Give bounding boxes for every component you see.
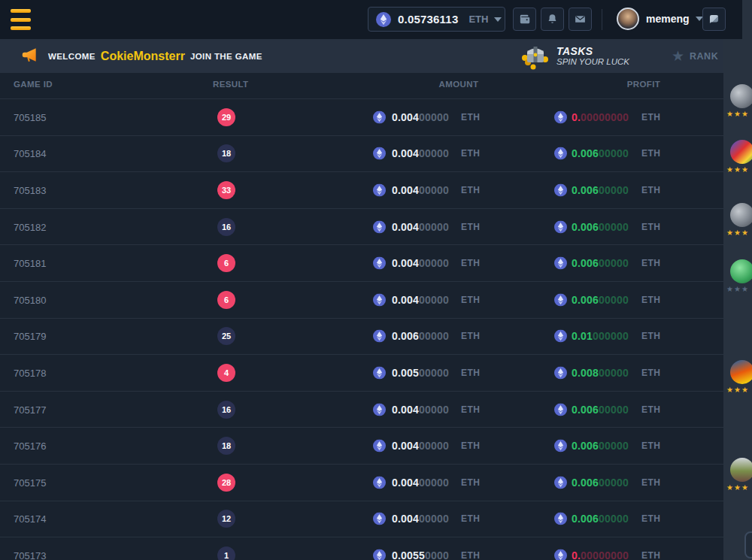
profit-value: 0.00600000: [572, 477, 629, 489]
profit-value: 0.00600000: [572, 184, 629, 196]
table-row[interactable]: 705176 18 0.00400000 ETH 0.00600000 ETH: [0, 427, 723, 464]
chat-user-avatar[interactable]: [730, 360, 752, 384]
star-icon: ★: [672, 49, 684, 63]
amount-value: 0.00400000: [392, 111, 449, 123]
announcement-banner: WELCOME CokieMonsterr JOIN THE GAME TASK…: [0, 39, 723, 73]
user-rating-stars: ★★★: [726, 483, 749, 492]
amount-value: 0.00400000: [392, 477, 449, 489]
table-row[interactable]: 705181 6 0.00400000 ETH 0.00600000 ETH: [0, 244, 723, 281]
profit-currency: ETH: [641, 295, 660, 305]
menu-icon[interactable]: [11, 9, 31, 30]
eth-coin-icon: [554, 366, 567, 379]
eth-coin-icon: [554, 330, 567, 343]
amount-value: 0.00400000: [392, 513, 449, 525]
column-result: RESULT: [213, 80, 240, 89]
messages-button[interactable]: [569, 8, 592, 31]
bell-icon: [546, 13, 559, 26]
result-badge: 16: [217, 401, 235, 419]
table-row[interactable]: 705182 16 0.00400000 ETH 0.00600000 ETH: [0, 208, 723, 245]
topbar-divider: [602, 9, 602, 30]
amount-value: 0.00400000: [392, 221, 449, 233]
table-row[interactable]: 705174 12 0.00400000 ETH 0.00600000 ETH: [0, 501, 723, 537]
chevron-down-icon: [494, 17, 502, 22]
tasks-link[interactable]: TASKS SPIN YOUR LUCK: [520, 39, 629, 73]
eth-coin-icon: [554, 476, 567, 489]
table-row[interactable]: 705183 33 0.00400000 ETH 0.00600000 ETH: [0, 171, 723, 208]
profit-value: 0.00000000: [572, 549, 629, 560]
welcome-message: WELCOME CokieMonsterr JOIN THE GAME: [48, 39, 262, 73]
table-row[interactable]: 705178 4 0.00500000 ETH 0.00800000 ETH: [0, 354, 723, 391]
eth-coin-icon: [373, 330, 386, 343]
eth-coin-icon: [373, 220, 386, 233]
profit-value: 0.00600000: [572, 294, 629, 306]
chat-input[interactable]: [744, 531, 752, 558]
game-id: 705175: [14, 477, 46, 488]
game-id: 705176: [14, 440, 46, 452]
table-row[interactable]: 705173 1 0.00550000 ETH 0.00000000 ETH: [0, 537, 723, 560]
amount-currency: ETH: [461, 477, 480, 488]
profit-currency: ETH: [641, 440, 660, 451]
megaphone-icon: [20, 45, 39, 65]
eth-coin-icon: [373, 293, 386, 306]
profit-currency: ETH: [641, 331, 660, 341]
profit-value: 0.00000000: [572, 111, 629, 123]
rank-label: RANK: [690, 51, 718, 62]
table-row[interactable]: 705179 25 0.00600000 ETH 0.01000000 ETH: [0, 318, 723, 355]
chat-user-avatar[interactable]: [730, 458, 752, 482]
profit-currency: ETH: [641, 148, 660, 159]
games-table: GAME ID RESULT AMOUNT PROFIT 705185 29 0…: [0, 73, 723, 560]
chat-toggle-button[interactable]: [702, 8, 726, 31]
table-row[interactable]: 705184 18 0.00400000 ETH 0.00600000 ETH: [0, 135, 723, 172]
amount-value: 0.00400000: [392, 294, 449, 306]
chat-user-avatar[interactable]: [730, 203, 752, 227]
table-row[interactable]: 705185 29 0.00400000 ETH 0.00000000 ETH: [0, 98, 723, 135]
eth-coin-icon: [373, 440, 386, 453]
game-id: 705178: [14, 367, 46, 378]
eth-coin-icon: [554, 257, 567, 270]
result-badge: 29: [217, 108, 235, 126]
table-row[interactable]: 705177 16 0.00400000 ETH 0.00600000 ETH: [0, 391, 723, 428]
result-badge: 6: [217, 291, 235, 309]
result-badge: 6: [217, 254, 235, 272]
eth-coin-icon: [373, 549, 386, 560]
amount-currency: ETH: [461, 112, 480, 123]
profit-currency: ETH: [641, 404, 660, 415]
profit-value: 0.00600000: [572, 221, 629, 233]
amount-value: 0.00400000: [392, 440, 449, 452]
eth-coin-icon: [373, 147, 386, 160]
result-badge: 16: [217, 218, 235, 236]
notifications-button[interactable]: [541, 8, 564, 31]
balance-selector[interactable]: 0.05736113 ETH: [368, 7, 505, 32]
amount-currency: ETH: [461, 513, 480, 524]
amount-value: 0.00600000: [392, 330, 449, 342]
user-avatar: [617, 8, 639, 30]
eth-coin-icon: [376, 12, 391, 27]
profit-value: 0.00600000: [572, 257, 629, 269]
amount-currency: ETH: [461, 258, 480, 268]
user-menu[interactable]: memeng: [617, 8, 703, 30]
wallet-button[interactable]: [513, 8, 536, 31]
profit-currency: ETH: [641, 258, 660, 268]
user-rating-stars: ★★★: [726, 110, 749, 118]
chat-user-avatar[interactable]: [730, 84, 752, 108]
top-bar: 0.05736113 ETH memeng: [0, 0, 742, 39]
eth-coin-icon: [554, 110, 567, 123]
profit-currency: ETH: [641, 222, 660, 232]
rank-link[interactable]: ★ RANK: [672, 39, 718, 73]
amount-currency: ETH: [461, 295, 480, 305]
chat-user-avatar[interactable]: [730, 140, 752, 164]
result-badge: 28: [217, 474, 235, 492]
balance-value: 0.05736113: [398, 13, 458, 26]
chat-panel: ★★★★★★★★★★★★★★★★★★: [723, 39, 752, 560]
profit-value: 0.01000000: [572, 330, 629, 342]
eth-coin-icon: [554, 183, 567, 196]
profit-currency: ETH: [641, 550, 660, 560]
eth-coin-icon: [373, 403, 386, 416]
game-id: 705185: [14, 111, 46, 123]
eth-coin-icon: [554, 549, 567, 560]
game-id: 705177: [14, 404, 46, 415]
chat-user-avatar[interactable]: [730, 259, 752, 283]
table-row[interactable]: 705175 28 0.00400000 ETH 0.00600000 ETH: [0, 464, 723, 501]
table-row[interactable]: 705180 6 0.00400000 ETH 0.00600000 ETH: [0, 281, 723, 318]
eth-coin-icon: [554, 440, 567, 453]
